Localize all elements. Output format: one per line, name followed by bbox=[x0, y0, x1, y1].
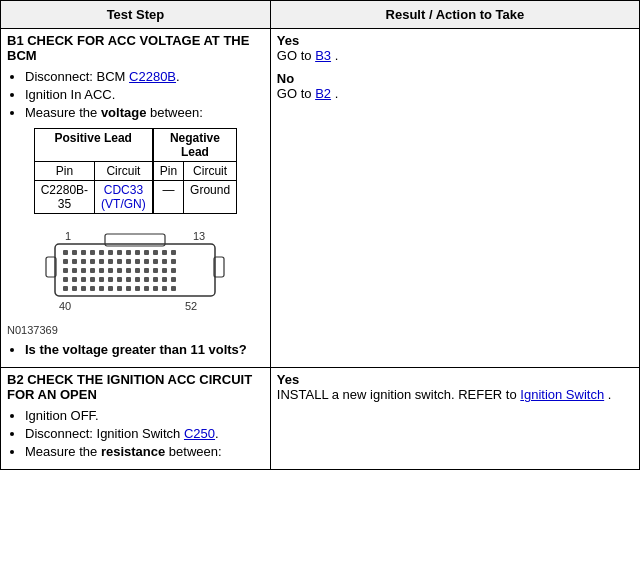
link-c250[interactable]: C250 bbox=[184, 426, 215, 441]
svg-rect-26 bbox=[171, 259, 176, 264]
result-yes-goto-text: GO to bbox=[277, 48, 315, 63]
svg-rect-24 bbox=[153, 259, 158, 264]
svg-rect-41 bbox=[72, 277, 77, 282]
step-disconnect-c250: Disconnect: Ignition Switch C250. bbox=[25, 426, 264, 441]
ignition-off-text: Ignition OFF. bbox=[25, 408, 99, 423]
connector-diagram: 1 13 bbox=[45, 222, 225, 322]
section-b1-result: Yes GO to B3 . No GO to B2 . bbox=[270, 29, 639, 368]
step-disconnect-text: Disconnect: BCM bbox=[25, 69, 129, 84]
svg-rect-64 bbox=[162, 286, 167, 291]
svg-rect-57 bbox=[99, 286, 104, 291]
col-pin-pos: Pin bbox=[34, 162, 94, 181]
svg-rect-10 bbox=[144, 250, 149, 255]
result-no-link-b2[interactable]: B2 bbox=[315, 86, 331, 101]
pin-label-bl: 40 bbox=[59, 300, 71, 312]
svg-rect-19 bbox=[108, 259, 113, 264]
svg-rect-11 bbox=[153, 250, 158, 255]
result-b1-yes: Yes GO to B3 . bbox=[277, 33, 633, 63]
col-header-result: Result / Action to Take bbox=[270, 1, 639, 29]
svg-rect-6 bbox=[108, 250, 113, 255]
cell-pin-pos: C2280B-35 bbox=[34, 181, 94, 214]
step-disconnect-link[interactable]: C2280B bbox=[129, 69, 176, 84]
svg-rect-13 bbox=[171, 250, 176, 255]
link-ignition-switch[interactable]: Ignition Switch bbox=[520, 387, 604, 402]
section-b1-steps: Disconnect: BCM C2280B. Ignition In ACC.… bbox=[25, 69, 264, 120]
result-b2-yes: Yes INSTALL a new ignition switch. REFER… bbox=[277, 372, 633, 402]
svg-rect-38 bbox=[162, 268, 167, 273]
result-no-label: No bbox=[277, 71, 294, 86]
svg-rect-23 bbox=[144, 259, 149, 264]
step-measure: Measure the voltage between: bbox=[25, 105, 264, 120]
result-b2-yes-label: Yes bbox=[277, 372, 299, 387]
section-b1-row: B1 CHECK FOR ACC VOLTAGE AT THE BCM Disc… bbox=[1, 29, 640, 368]
svg-rect-27 bbox=[63, 268, 68, 273]
svg-rect-58 bbox=[108, 286, 113, 291]
svg-rect-40 bbox=[63, 277, 68, 282]
svg-rect-46 bbox=[117, 277, 122, 282]
negative-lead-header: NegativeLead bbox=[153, 129, 237, 162]
svg-rect-35 bbox=[135, 268, 140, 273]
svg-rect-54 bbox=[72, 286, 77, 291]
positive-lead-header: Positive Lead bbox=[34, 129, 153, 162]
section-b2-result: Yes INSTALL a new ignition switch. REFER… bbox=[270, 368, 639, 470]
svg-rect-39 bbox=[171, 268, 176, 273]
svg-rect-61 bbox=[135, 286, 140, 291]
svg-rect-22 bbox=[135, 259, 140, 264]
svg-rect-25 bbox=[162, 259, 167, 264]
section-b2-steps: Ignition OFF. Disconnect: Ignition Switc… bbox=[25, 408, 264, 459]
svg-rect-28 bbox=[72, 268, 77, 273]
result-yes-label: Yes bbox=[277, 33, 299, 48]
svg-rect-29 bbox=[81, 268, 86, 273]
result-no-goto-text: GO to bbox=[277, 86, 315, 101]
step-ignition-off: Ignition OFF. bbox=[25, 408, 264, 423]
svg-rect-3 bbox=[81, 250, 86, 255]
svg-rect-51 bbox=[162, 277, 167, 282]
svg-rect-21 bbox=[126, 259, 131, 264]
svg-rect-55 bbox=[81, 286, 86, 291]
svg-rect-16 bbox=[81, 259, 86, 264]
svg-rect-12 bbox=[162, 250, 167, 255]
svg-rect-1 bbox=[63, 250, 68, 255]
step-measure-resistance: Measure the resistance between: bbox=[25, 444, 264, 459]
svg-rect-15 bbox=[72, 259, 77, 264]
col-header-step: Test Step bbox=[1, 1, 271, 29]
section-b2-step: B2 CHECK THE IGNITION ACC CIRCUIT FOR AN… bbox=[1, 368, 271, 470]
section-b2-row: B2 CHECK THE IGNITION ACC CIRCUIT FOR AN… bbox=[1, 368, 640, 470]
svg-rect-60 bbox=[126, 286, 131, 291]
svg-rect-62 bbox=[144, 286, 149, 291]
svg-rect-59 bbox=[117, 286, 122, 291]
step-disconnect: Disconnect: BCM C2280B. bbox=[25, 69, 264, 84]
svg-rect-9 bbox=[135, 250, 140, 255]
svg-rect-48 bbox=[135, 277, 140, 282]
svg-rect-5 bbox=[99, 250, 104, 255]
svg-rect-44 bbox=[99, 277, 104, 282]
cell-circuit-pos: CDC33(VT/GN) bbox=[95, 181, 153, 214]
svg-rect-56 bbox=[90, 286, 95, 291]
section-b2-title: B2 CHECK THE IGNITION ACC CIRCUIT FOR AN… bbox=[7, 372, 264, 402]
result-b1-no: No GO to B2 . bbox=[277, 71, 633, 101]
svg-rect-14 bbox=[63, 259, 68, 264]
svg-rect-53 bbox=[63, 286, 68, 291]
svg-rect-2 bbox=[72, 250, 77, 255]
voltage-question: Is the voltage greater than 11 volts? bbox=[25, 342, 264, 357]
svg-rect-42 bbox=[81, 277, 86, 282]
pin-label-tr: 13 bbox=[193, 230, 205, 242]
pin-label-tl: 1 bbox=[65, 230, 71, 242]
svg-rect-65 bbox=[171, 286, 176, 291]
svg-rect-8 bbox=[126, 250, 131, 255]
svg-rect-49 bbox=[144, 277, 149, 282]
svg-rect-37 bbox=[153, 268, 158, 273]
svg-rect-43 bbox=[90, 277, 95, 282]
svg-rect-17 bbox=[90, 259, 95, 264]
col-circuit-pos: Circuit bbox=[95, 162, 153, 181]
col-circuit-neg: Circuit bbox=[184, 162, 237, 181]
svg-rect-50 bbox=[153, 277, 158, 282]
svg-rect-52 bbox=[171, 277, 176, 282]
section-b1-step: B1 CHECK FOR ACC VOLTAGE AT THE BCM Disc… bbox=[1, 29, 271, 368]
result-yes-link-b3[interactable]: B3 bbox=[315, 48, 331, 63]
measurement-table: Positive Lead NegativeLead Pin Circuit P… bbox=[34, 128, 237, 214]
svg-rect-4 bbox=[90, 250, 95, 255]
svg-rect-63 bbox=[153, 286, 158, 291]
svg-rect-45 bbox=[108, 277, 113, 282]
section-b1-title: B1 CHECK FOR ACC VOLTAGE AT THE BCM bbox=[7, 33, 264, 63]
